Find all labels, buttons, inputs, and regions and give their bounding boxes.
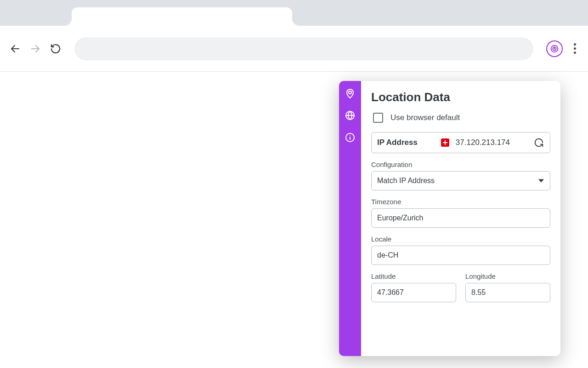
configuration-label: Configuration xyxy=(371,161,550,168)
extension-icon[interactable] xyxy=(546,40,563,57)
address-bar[interactable] xyxy=(74,37,533,60)
timezone-label: Timezone xyxy=(371,198,550,206)
location-tab-icon[interactable] xyxy=(343,86,357,100)
extension-popup: Location Data Use browser default IP Add… xyxy=(339,81,560,356)
use-default-checkbox[interactable] xyxy=(373,113,383,123)
timezone-field: Timezone xyxy=(371,198,550,228)
use-default-row: Use browser default xyxy=(371,113,550,123)
locale-label: Locale xyxy=(371,235,550,243)
locale-input[interactable] xyxy=(371,246,550,265)
locale-field: Locale xyxy=(371,235,550,265)
tab-strip xyxy=(0,0,588,26)
ip-address-value: 37.120.213.174 xyxy=(456,138,510,147)
active-tab[interactable] xyxy=(72,7,292,26)
browser-toolbar xyxy=(0,26,588,72)
forward-button[interactable] xyxy=(29,43,41,55)
svg-point-5 xyxy=(349,91,351,94)
longitude-field: Longitude xyxy=(465,272,550,302)
page-content: Location Data Use browser default IP Add… xyxy=(0,72,588,368)
ip-refresh-button[interactable] xyxy=(533,137,544,148)
chevron-down-icon xyxy=(538,179,544,183)
popup-title: Location Data xyxy=(371,90,550,104)
ip-address-label: IP Address xyxy=(377,138,418,147)
info-tab-icon[interactable] xyxy=(343,131,357,144)
latlon-row: Latitude Longitude xyxy=(371,272,550,302)
configuration-select[interactable] xyxy=(371,171,550,190)
flag-icon xyxy=(441,138,449,147)
back-button[interactable] xyxy=(9,43,21,55)
latitude-input[interactable] xyxy=(371,283,456,302)
timezone-input[interactable] xyxy=(371,208,550,228)
reload-button[interactable] xyxy=(50,43,62,55)
browser-menu-button[interactable] xyxy=(571,43,579,54)
browser-chrome xyxy=(0,0,588,72)
svg-point-10 xyxy=(350,135,351,136)
popup-body: Location Data Use browser default IP Add… xyxy=(361,81,560,356)
svg-point-3 xyxy=(554,48,555,49)
use-default-label: Use browser default xyxy=(390,113,460,122)
popup-sidebar xyxy=(339,81,361,356)
latitude-field: Latitude xyxy=(371,272,456,302)
longitude-input[interactable] xyxy=(465,283,550,302)
globe-tab-icon[interactable] xyxy=(343,109,357,122)
longitude-label: Longitude xyxy=(465,272,550,280)
latitude-label: Latitude xyxy=(371,272,456,280)
ip-address-row: IP Address 37.120.213.174 xyxy=(371,132,550,153)
configuration-field: Configuration xyxy=(371,161,550,190)
